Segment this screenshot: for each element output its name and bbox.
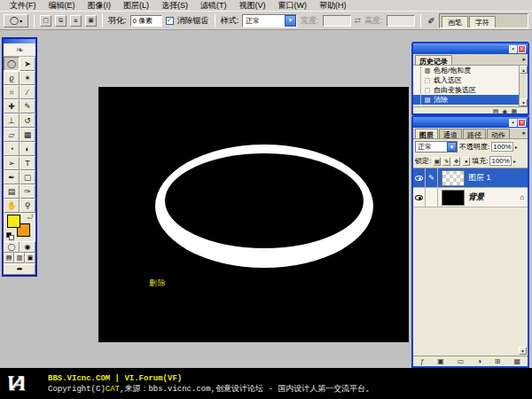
minimize-icon[interactable]: ▪ — [509, 45, 517, 53]
standard-mode-button[interactable]: ◯ — [4, 241, 20, 253]
tab-layers[interactable]: 图层 — [415, 129, 438, 138]
quickmask-mode-button[interactable]: ◉ — [20, 241, 35, 253]
tool-type-button[interactable]: T — [20, 156, 35, 170]
layer-row-layer1[interactable]: ✎ 图层 1 — [413, 168, 528, 188]
feather-input[interactable]: 0 像素 — [130, 15, 162, 27]
history-source-column[interactable] — [415, 75, 421, 85]
menu-item-edit[interactable]: 编辑(E) — [43, 0, 82, 12]
well-tab-brushes[interactable]: 画笔 — [442, 16, 468, 27]
minimize-icon[interactable]: ▪ — [509, 119, 517, 127]
tool-dodge-button[interactable]: ◐ — [20, 142, 35, 156]
history-item-selected[interactable]: ▨ 清除 — [413, 95, 528, 105]
jump-to-imageready-button[interactable]: ➦ — [4, 263, 35, 275]
tab-history[interactable]: 历史记录 — [415, 55, 452, 65]
tool-gradient-button[interactable]: ▦ — [20, 128, 35, 142]
menu-item-view[interactable]: 视图(V) — [233, 0, 272, 12]
menu-item-select[interactable]: 选择(S) — [155, 0, 194, 12]
dropdown-arrow-icon[interactable]: ▼ — [447, 142, 457, 152]
new-layer-icon[interactable]: ⊞ — [495, 357, 501, 365]
menu-item-window[interactable]: 窗口(W) — [272, 0, 314, 12]
history-source-column[interactable] — [415, 95, 421, 105]
lock-all-icon[interactable]: ● — [462, 157, 470, 166]
standard-screen-button[interactable]: ▤ — [4, 253, 14, 263]
opacity-spinner-icon[interactable]: ▸ — [515, 144, 518, 150]
link-column[interactable] — [426, 188, 438, 207]
tab-paths[interactable]: 路径 — [463, 129, 486, 138]
default-colors-icon[interactable] — [9, 235, 14, 240]
tool-path-selection-button[interactable]: ➢ — [4, 156, 20, 170]
history-title-bar[interactable]: ▪ ✕ — [413, 43, 528, 54]
history-item[interactable]: ⬚ 自由变换选区 — [413, 85, 528, 95]
scroll-up-icon[interactable]: ▲ — [520, 66, 528, 74]
close-icon[interactable]: ✕ — [518, 45, 526, 53]
layer-thumbnail[interactable] — [442, 170, 465, 186]
blend-mode-select[interactable]: 正常 ▼ — [415, 141, 458, 153]
lock-paint-icon[interactable]: ✎ — [442, 157, 450, 166]
tool-brush-button[interactable]: ✎ — [20, 99, 35, 113]
fullscreen-menu-button[interactable]: ▥ — [14, 253, 25, 263]
selection-new-button[interactable]: ▢ — [40, 15, 51, 27]
dropdown-arrow-icon[interactable]: ▼ — [285, 15, 296, 27]
history-item[interactable]: ▥ 色相/饱和度 — [413, 66, 528, 75]
well-tab-character[interactable]: 字符 — [469, 16, 496, 27]
selection-subtract-button[interactable]: ⧈ — [70, 15, 82, 27]
selection-intersect-button[interactable]: ▣ — [85, 15, 97, 27]
tool-lasso-button[interactable]: ϱ — [4, 71, 20, 85]
lock-transparency-icon[interactable]: ▦ — [433, 157, 441, 166]
history-item[interactable]: ⬚ 载入选区 — [413, 75, 528, 85]
tool-pen-button[interactable]: ✒ — [4, 170, 20, 184]
history-source-column[interactable] — [415, 66, 421, 75]
tool-magic-wand-button[interactable]: ✶ — [20, 71, 35, 85]
lock-position-icon[interactable]: ✥ — [452, 157, 460, 166]
tool-notes-button[interactable]: ▤ — [4, 184, 20, 199]
menu-item-filter[interactable]: 滤镜(T) — [194, 0, 233, 12]
scroll-down-icon[interactable]: ▼ — [520, 98, 528, 106]
layer-name[interactable]: 背景 — [468, 192, 484, 203]
tool-preset-picker[interactable]: ◯ ▾ — [4, 14, 28, 27]
fill-spinner-icon[interactable]: ▸ — [513, 158, 516, 164]
layer-style-icon[interactable]: ƒ — [420, 357, 424, 365]
new-document-from-state-icon[interactable]: ▤ — [493, 108, 499, 115]
close-icon[interactable]: ✕ — [518, 119, 526, 127]
tab-actions[interactable]: 动作 — [487, 129, 510, 138]
tab-channels[interactable]: 通道 — [439, 129, 462, 138]
tool-hand-button[interactable]: ✋ — [4, 199, 20, 213]
new-snapshot-icon[interactable]: ◉ — [502, 108, 507, 115]
delete-state-icon[interactable]: ▦ — [511, 108, 517, 115]
menu-item-help[interactable]: 帮助(H) — [313, 0, 353, 12]
scroll-down-icon[interactable]: ▼ — [519, 347, 527, 355]
fill-input[interactable]: 100% — [489, 156, 511, 166]
fullscreen-button[interactable]: ▣ — [25, 253, 35, 263]
layer-row-background[interactable]: 背景 ⌂ — [413, 188, 528, 207]
delete-layer-icon[interactable]: ▦ — [513, 357, 520, 365]
history-scrollbar[interactable]: ▲ ▼ — [519, 66, 528, 106]
history-source-column[interactable] — [415, 85, 421, 95]
tool-elliptical-marquee-button[interactable]: ◯ — [4, 57, 20, 71]
opacity-input[interactable]: 100% — [491, 142, 512, 152]
tool-blur-button[interactable]: ◔ — [4, 142, 20, 156]
selection-add-button[interactable]: ⧉ — [55, 15, 66, 27]
layer-thumbnail[interactable] — [442, 190, 465, 206]
tool-history-brush-button[interactable]: ↺ — [20, 113, 35, 128]
palette-menu-icon[interactable]: ▸ — [522, 129, 526, 137]
tool-move-button[interactable]: ➤ — [20, 57, 35, 71]
tool-eraser-button[interactable]: ▱ — [4, 128, 20, 142]
tool-eyedropper-button[interactable]: ✑ — [20, 184, 35, 199]
style-select[interactable]: 正常 ▼ — [242, 14, 297, 27]
palette-menu-icon[interactable]: ▸ — [522, 56, 526, 63]
layer-mask-icon[interactable]: ▣ — [437, 357, 444, 365]
visibility-toggle[interactable] — [413, 188, 426, 207]
tool-slice-button[interactable]: ∕ — [20, 85, 35, 99]
tool-zoom-button[interactable]: ⚲ — [20, 199, 35, 213]
tool-healing-brush-button[interactable]: ✚ — [4, 99, 20, 113]
tool-clone-stamp-button[interactable]: ⊥ — [4, 113, 20, 128]
menu-item-image[interactable]: 图像(I) — [82, 0, 118, 12]
visibility-toggle[interactable] — [413, 168, 426, 188]
layer-set-icon[interactable]: ▭ — [458, 357, 465, 365]
layer-name[interactable]: 图层 1 — [468, 172, 491, 184]
foreground-color-swatch[interactable] — [7, 215, 20, 228]
antialias-checkbox[interactable]: ✓ — [166, 17, 174, 25]
menu-item-file[interactable]: 文件(F) — [4, 0, 43, 12]
tool-crop-button[interactable]: ⌗ — [4, 85, 20, 99]
layers-title-bar[interactable]: ▪ ✕ — [413, 117, 528, 128]
